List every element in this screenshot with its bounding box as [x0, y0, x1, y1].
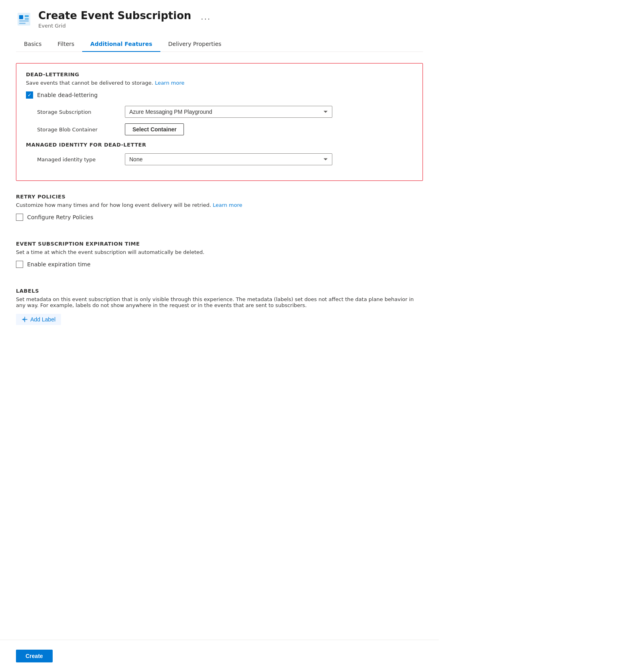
storage-subscription-label: Storage Subscription: [37, 109, 117, 115]
add-label-button[interactable]: Add Label: [16, 314, 61, 325]
header-text: Create Event Subscription Event Grid: [38, 10, 191, 29]
svg-rect-2: [25, 15, 29, 17]
storage-subscription-dropdown-wrapper: Azure Messaging PM Playground: [125, 106, 332, 118]
header: Create Event Subscription Event Grid ···: [16, 10, 423, 29]
svg-rect-1: [19, 15, 23, 19]
enable-expiration-row: Enable expiration time: [16, 261, 423, 268]
checkbox-checkmark: ✓: [28, 93, 32, 97]
nav-tabs: Basics Filters Additional Features Deliv…: [16, 37, 423, 52]
storage-blob-container-label: Storage Blob Container: [37, 127, 117, 133]
enable-expiration-checkbox[interactable]: [16, 261, 23, 268]
storage-blob-container-control: Select Container: [125, 123, 332, 135]
storage-subscription-row: Storage Subscription Azure Messaging PM …: [37, 106, 413, 118]
managed-identity-type-row: Managed identity type None System Assign…: [37, 153, 413, 165]
svg-rect-5: [19, 23, 26, 24]
managed-identity-fields: Managed identity type None System Assign…: [37, 153, 413, 165]
managed-identity-control: None System Assigned User Assigned: [125, 153, 332, 165]
select-container-button[interactable]: Select Container: [125, 123, 184, 135]
tab-additional-features[interactable]: Additional Features: [82, 37, 160, 52]
managed-identity-label: Managed identity type: [37, 157, 117, 163]
enable-dead-lettering-label: Enable dead-lettering: [37, 92, 98, 98]
labels-desc: Set metadata on this event subscription …: [16, 296, 423, 308]
tab-basics[interactable]: Basics: [16, 37, 49, 52]
dead-lettering-title: DEAD-LETTERING: [26, 71, 413, 77]
expiration-desc: Set a time at which the event subscripti…: [16, 249, 423, 255]
retry-policies-learn-more[interactable]: Learn more: [213, 202, 242, 208]
create-button[interactable]: Create: [16, 650, 53, 662]
page-title: Create Event Subscription: [38, 10, 191, 22]
storage-subscription-dropdown[interactable]: Azure Messaging PM Playground: [125, 106, 332, 118]
enable-dead-lettering-checkbox[interactable]: ✓: [26, 91, 33, 99]
footer: Create: [0, 640, 439, 672]
add-label-icon: [22, 316, 28, 323]
tab-delivery-properties[interactable]: Delivery Properties: [160, 37, 229, 52]
dead-lettering-desc: Save events that cannot be delivered to …: [26, 80, 413, 86]
storage-blob-container-row: Storage Blob Container Select Container: [37, 123, 413, 135]
dead-lettering-learn-more[interactable]: Learn more: [155, 80, 184, 86]
configure-retry-label: Configure Retry Policies: [27, 214, 93, 220]
retry-policies-desc: Customize how many times and for how lon…: [16, 202, 423, 208]
retry-policies-title: RETRY POLICIES: [16, 194, 423, 200]
page-subtitle: Event Grid: [38, 23, 191, 29]
dead-lettering-fields: Storage Subscription Azure Messaging PM …: [37, 106, 413, 135]
add-label-text: Add Label: [30, 316, 55, 323]
managed-identity-dropdown-wrapper: None System Assigned User Assigned: [125, 153, 332, 165]
configure-retry-checkbox[interactable]: [16, 214, 23, 221]
managed-identity-dropdown[interactable]: None System Assigned User Assigned: [125, 153, 332, 165]
page-wrapper: Create Event Subscription Event Grid ···…: [0, 0, 439, 672]
expiration-section: EVENT SUBSCRIPTION EXPIRATION TIME Set a…: [16, 241, 423, 275]
retry-policies-section: RETRY POLICIES Customize how many times …: [16, 194, 423, 228]
managed-identity-title: MANAGED IDENTITY FOR DEAD-LETTER: [26, 142, 413, 148]
expiration-title: EVENT SUBSCRIPTION EXPIRATION TIME: [16, 241, 423, 247]
svg-rect-4: [19, 20, 29, 22]
storage-subscription-control: Azure Messaging PM Playground: [125, 106, 332, 118]
labels-section: LABELS Set metadata on this event subscr…: [16, 288, 423, 325]
dead-lettering-section: DEAD-LETTERING Save events that cannot b…: [16, 63, 423, 181]
labels-title: LABELS: [16, 288, 423, 294]
svg-rect-3: [25, 18, 29, 20]
event-grid-icon: [16, 11, 32, 27]
enable-dead-lettering-row: ✓ Enable dead-lettering: [26, 91, 413, 99]
more-options-icon[interactable]: ···: [201, 14, 211, 24]
tab-filters[interactable]: Filters: [49, 37, 82, 52]
configure-retry-row: Configure Retry Policies: [16, 214, 423, 221]
enable-expiration-label: Enable expiration time: [27, 261, 91, 268]
